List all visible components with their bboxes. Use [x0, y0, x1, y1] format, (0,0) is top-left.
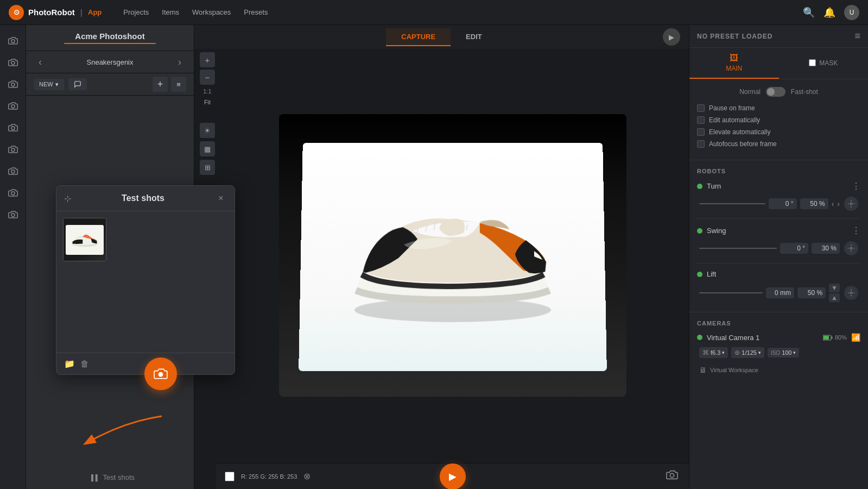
robot-lift: Lift ▼ ▲: [697, 270, 860, 302]
robot-swing-speed-input[interactable]: [812, 243, 840, 254]
test-shot-thumbnail[interactable]: [63, 218, 106, 261]
autofocus-before-frame-checkbox[interactable]: [697, 140, 705, 148]
user-avatar[interactable]: U: [844, 5, 859, 20]
tab-mask[interactable]: MASK: [779, 54, 869, 73]
sidebar-camera-3[interactable]: [3, 74, 23, 95]
sidebar-camera-5[interactable]: [3, 117, 23, 138]
capture-photo-button[interactable]: [144, 358, 177, 390]
sidebar-camera-9[interactable]: [3, 204, 23, 225]
robot-swing-angle-input[interactable]: [780, 243, 808, 254]
robot-lift-distance-input[interactable]: [766, 287, 794, 298]
bottom-camera-icon[interactable]: [666, 469, 678, 484]
robot-turn-prev-icon[interactable]: ‹: [832, 199, 834, 208]
robot-turn-slider[interactable]: [699, 203, 765, 204]
tab-capture[interactable]: CAPTURE: [386, 28, 451, 46]
robot-turn-next-icon[interactable]: ›: [837, 199, 840, 208]
add-item-button[interactable]: +: [153, 77, 168, 92]
robot-turn-angle-input[interactable]: [769, 198, 797, 209]
play-sequence-button[interactable]: ▶: [440, 463, 466, 490]
nav-items[interactable]: Items: [156, 6, 185, 18]
dismiss-color-button[interactable]: ⊗: [303, 471, 311, 481]
test-shots-bottom-text: Test shots: [103, 473, 135, 481]
sidebar-camera-7[interactable]: [3, 161, 23, 181]
new-button[interactable]: NEW ▾: [34, 79, 64, 90]
edit-automatically-checkbox[interactable]: [697, 116, 705, 124]
main-tab-label: MAIN: [726, 65, 742, 72]
logo-divider: |: [80, 8, 83, 17]
zoom-fit-button[interactable]: Fit: [200, 98, 215, 106]
nav-presets[interactable]: Presets: [238, 6, 273, 18]
nav-workspaces[interactable]: Workspaces: [187, 6, 236, 18]
app-logo: ⊙ PhotoRobot | App: [9, 5, 102, 20]
elevate-automatically-checkbox[interactable]: [697, 128, 705, 136]
robot-turn-controls: ‹ ›: [697, 197, 860, 211]
robot-turn-speed-input[interactable]: [800, 198, 828, 209]
robot-swing-value-row: [699, 243, 840, 254]
tab-main[interactable]: 🖼 MAIN: [689, 48, 779, 79]
right-panel-menu-icon[interactable]: ≡: [854, 30, 860, 42]
notification-icon[interactable]: 🔔: [823, 7, 835, 18]
svg-point-5: [11, 148, 15, 152]
robot-swing-more-icon[interactable]: ⋮: [852, 225, 860, 236]
robot-lift-home-button[interactable]: [844, 286, 858, 300]
iso-setting[interactable]: ISO 100 ▾: [768, 348, 800, 358]
test-shots-title: Test shots: [75, 193, 211, 203]
photoshoot-title: Acme Photoshoot: [75, 32, 144, 41]
sidebar-camera-4[interactable]: [3, 96, 23, 116]
sidebar-camera-8[interactable]: [3, 183, 23, 203]
autofocus-before-frame-label: Autofocus before frame: [709, 140, 777, 148]
robot-turn-home-button[interactable]: [844, 197, 858, 211]
mask-checkbox[interactable]: [809, 59, 816, 66]
grid-icon[interactable]: ⊞: [200, 160, 215, 175]
logo-icon: ⊙: [9, 5, 24, 20]
sidebar-camera-2[interactable]: [3, 52, 23, 73]
robot-swing-status-dot: [697, 228, 702, 234]
folder-icon[interactable]: 📁: [64, 359, 75, 369]
capture-tab-label: CAPTURE: [401, 33, 435, 41]
new-button-label: NEW: [39, 81, 53, 87]
edit-automatically-label: Edit automatically: [709, 116, 760, 124]
nav-prev-button[interactable]: ‹: [34, 55, 47, 68]
test-shot-sneaker-preview: [66, 225, 104, 255]
pause-on-frame-checkbox[interactable]: [697, 104, 705, 112]
robot-turn-more-icon[interactable]: ⋮: [852, 181, 860, 191]
film-strip-icon[interactable]: ▦: [200, 141, 215, 156]
zoom-out-button[interactable]: −: [200, 70, 215, 85]
trash-icon[interactable]: 🗑: [80, 359, 89, 369]
no-preset-label: NO PRESET LOADED: [697, 33, 849, 40]
tab-edit[interactable]: EDIT: [451, 28, 497, 46]
lift-up-button[interactable]: ▼: [829, 284, 840, 292]
robot-swing-divider: [697, 263, 860, 264]
nav-projects[interactable]: Projects: [118, 6, 154, 18]
robot-turn-value-row: ‹ ›: [699, 198, 840, 209]
shot-mode-toggle[interactable]: [766, 87, 785, 97]
nav-next-button[interactable]: ›: [173, 55, 186, 68]
svg-point-0: [11, 40, 15, 43]
robot-swing: Swing ⋮: [697, 225, 860, 255]
test-shots-content: [56, 211, 235, 353]
sidebar-camera-1[interactable]: [3, 30, 23, 51]
robot-lift-header: Lift: [697, 270, 860, 278]
filter-button[interactable]: ≡: [171, 77, 186, 92]
aperture-setting[interactable]: ⌘ f6.3 ▾: [699, 347, 728, 358]
robot-swing-slider[interactable]: [699, 248, 777, 249]
test-shots-bottom-label: ▌▌ Test shots: [91, 473, 135, 481]
test-shots-close-button[interactable]: ×: [215, 192, 227, 204]
zoom-in-button[interactable]: +: [200, 52, 215, 67]
brightness-icon[interactable]: ☀: [200, 123, 215, 138]
comment-button[interactable]: [68, 78, 87, 90]
robot-lift-speed-input[interactable]: [797, 287, 826, 298]
comment-icon: [74, 80, 81, 88]
shutter-value: 1/125: [742, 349, 757, 356]
icon-sidebar: [0, 25, 26, 489]
viewport-toolbar: CAPTURE EDIT ▶: [194, 25, 689, 49]
test-shots-header: ⊹ Test shots ×: [56, 186, 235, 211]
sidebar-camera-6[interactable]: [3, 139, 23, 160]
capture-edit-tabs: CAPTURE EDIT: [386, 28, 497, 46]
viewport-play-button[interactable]: ▶: [663, 28, 680, 46]
shutter-setting[interactable]: ⊛ 1/125 ▾: [731, 347, 764, 358]
lift-down-button[interactable]: ▲: [829, 293, 840, 302]
robot-swing-home-button[interactable]: [844, 241, 858, 255]
robot-lift-slider[interactable]: [699, 292, 763, 293]
search-icon[interactable]: 🔍: [803, 7, 815, 18]
